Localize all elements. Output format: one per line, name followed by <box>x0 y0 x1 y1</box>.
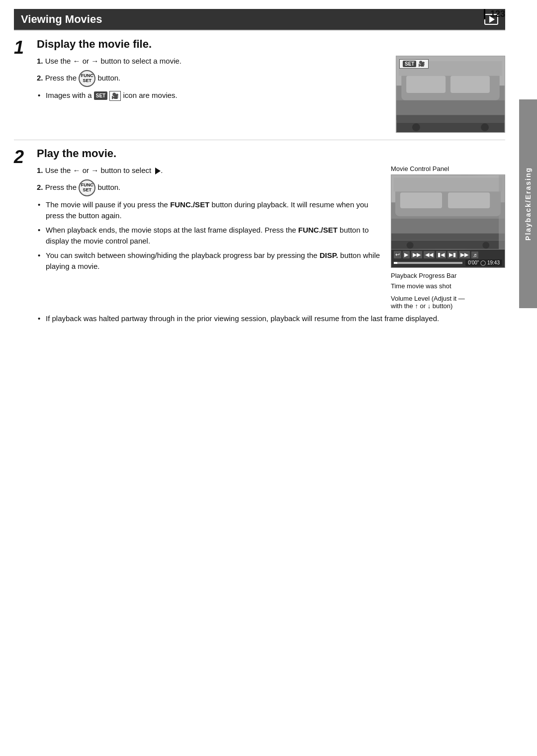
svg-rect-6 <box>396 115 504 122</box>
func-set-button-icon: FUNCSET <box>79 70 95 87</box>
movie-control-panel-label: Movie Control Panel <box>391 165 505 172</box>
left-arrow-icon: ← <box>73 57 81 65</box>
fast-play-icon: ▶▶ <box>411 251 422 258</box>
section-header: Viewing Movies <box>14 9 505 30</box>
time-movie-shot-label: Time movie was shot <box>391 282 451 290</box>
step1-content: Display the movie file. 1. Use the ← or … <box>37 38 505 133</box>
return-icon: ↩ <box>394 251 401 258</box>
svg-rect-19 <box>394 178 502 192</box>
step1-text: 1. Use the ← or → button to select a mov… <box>37 56 387 133</box>
step2-bullet3: You can switch between showing/hiding th… <box>37 250 382 272</box>
step1-image: SET 🎥 <box>396 56 505 133</box>
step1-item1: 1. Use the ← or → button to select a mov… <box>37 56 387 67</box>
step2-right-column: Movie Control Panel <box>391 165 505 311</box>
svg-rect-15 <box>448 192 490 208</box>
svg-rect-17 <box>391 234 505 241</box>
progress-fill <box>394 262 397 264</box>
svg-rect-22 <box>499 175 505 250</box>
step2-number: 2 <box>14 148 37 166</box>
step2-bullet2: When playback ends, the movie stops at t… <box>37 225 382 247</box>
step2-title: Play the movie. <box>37 147 505 160</box>
svg-point-10 <box>481 123 489 131</box>
step-back-icon: ▮◀ <box>436 251 446 258</box>
progress-time-row: 0'00" ◯ 19:43 <box>394 259 502 266</box>
time-display: 0'00" ◯ 19:43 <box>465 259 502 266</box>
train-svg-2 <box>391 175 505 250</box>
step2-bullet1: The movie will pause if you press the FU… <box>37 199 382 222</box>
side-tab-text: Playback/Erasing <box>524 167 532 241</box>
playback-controls-bar: ↩ ▶ ▶▶ ◀◀ ▮◀ ▶▮ ▶▶ ♬ <box>391 250 505 267</box>
left-arrow2-icon: ← <box>73 166 81 174</box>
step2-item1: 1. Use the ← or → button to select . <box>37 165 382 176</box>
control-icons-row: ↩ ▶ ▶▶ ◀◀ ▮◀ ▶▮ ▶▶ ♬ <box>394 251 478 258</box>
step2-block: 2 Play the movie. 1. Use the ← or → butt… <box>14 140 505 331</box>
set-overlay: SET 🎥 <box>399 59 429 69</box>
progress-bar-visual <box>394 262 462 264</box>
step1-title: Display the movie file. <box>37 38 505 51</box>
step1-bullet1: Images with a SET 🎥 icon are movies. <box>37 90 387 101</box>
movie-camera-icon: 🎥 <box>109 91 121 101</box>
svg-point-9 <box>412 123 420 131</box>
svg-point-21 <box>482 242 489 249</box>
func-set-button2-icon: FUNCSET <box>79 179 95 196</box>
play-select-icon <box>155 168 161 174</box>
step1-block: 1 Display the movie file. 1. Use the ← o… <box>14 31 505 140</box>
volume-level-label: Volume Level (Adjust it — with the ↑ or … <box>391 295 465 310</box>
time-shot-label-row: Time movie was shot <box>391 282 505 290</box>
step2-long-bullet: If playback was halted partway through i… <box>37 313 505 324</box>
page-number: 123 <box>484 9 505 19</box>
step2-item2: 2. Press the FUNCSET button. <box>37 179 382 196</box>
svg-rect-4 <box>450 76 490 93</box>
svg-rect-3 <box>406 76 446 93</box>
step2-content: Play the movie. 1. Use the ← or → button… <box>37 147 505 324</box>
step1-body: 1. Use the ← or → button to select a mov… <box>37 56 505 133</box>
step-forward-icon: ▶▮ <box>448 251 457 258</box>
volume-icon: ♬ <box>471 252 478 258</box>
section-title: Viewing Movies <box>21 13 102 26</box>
right-arrow-icon: → <box>91 57 98 65</box>
step2-image: ↩ ▶ ▶▶ ◀◀ ▮◀ ▶▮ ▶▶ ♬ <box>391 174 505 268</box>
volume-label-row: Volume Level (Adjust it — with the ↑ or … <box>391 295 505 310</box>
svg-rect-14 <box>400 192 442 208</box>
play-icon: ▶ <box>403 251 410 258</box>
train-photo-2 <box>391 175 505 250</box>
set-badge-overlay: SET <box>403 61 416 67</box>
svg-point-20 <box>407 242 414 249</box>
playback-progress-bar-label: Playback Progress Bar <box>391 272 456 279</box>
step1-number: 1 <box>14 39 37 57</box>
set-badge-icon: SET <box>94 91 107 100</box>
step2-body: 1. Use the ← or → button to select . 2. … <box>37 165 505 311</box>
side-tab: Playback/Erasing <box>519 99 537 308</box>
right-arrow2-icon: → <box>91 166 98 174</box>
movie-icon-overlay: 🎥 <box>418 61 425 67</box>
step1-item2: 2. Press the FUNCSET button. <box>37 70 387 87</box>
step2-text: 1. Use the ← or → button to select . 2. … <box>37 165 382 311</box>
skip-forward-icon: ▶▶ <box>459 251 470 258</box>
main-content: 123 Viewing Movies 1 Display the movie f… <box>0 0 519 345</box>
image-labels: Playback Progress Bar Time movie was sho… <box>391 272 505 310</box>
skip-back-icon: ◀◀ <box>424 251 435 258</box>
playback-progress-label-row: Playback Progress Bar <box>391 272 505 279</box>
